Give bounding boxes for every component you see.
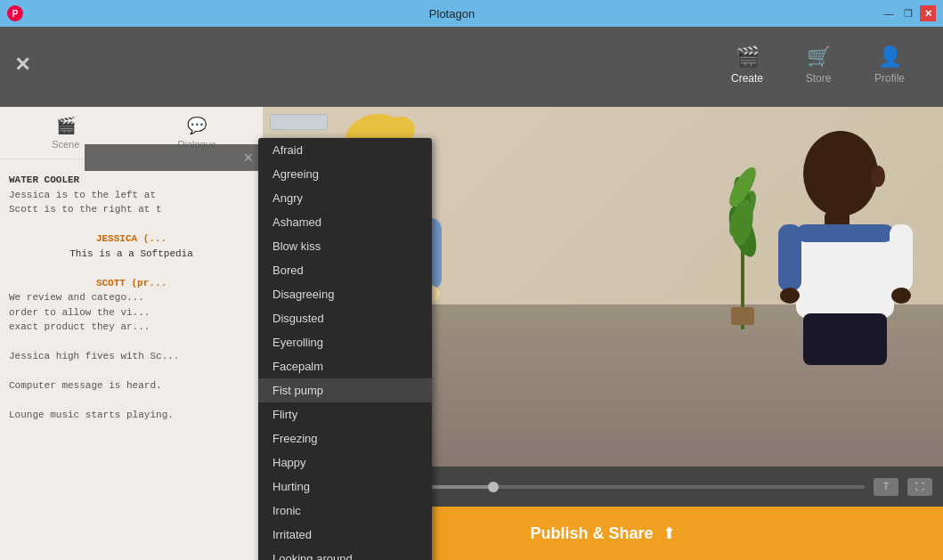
scene-desc-3: We review and catego... bbox=[9, 290, 254, 305]
svg-point-31 bbox=[891, 288, 911, 304]
dropdown-item-eyerolling[interactable]: Eyerolling bbox=[258, 330, 432, 354]
dropdown-item-afraid[interactable]: Afraid bbox=[258, 138, 432, 162]
dropdown-item-disagreeing[interactable]: Disagreeing bbox=[258, 282, 432, 306]
dropdown-item-angry[interactable]: Angry bbox=[258, 186, 432, 210]
character-jessica: JESSICA (... bbox=[9, 231, 254, 247]
svg-point-23 bbox=[803, 131, 878, 216]
scene-heading: WATER COOLER bbox=[9, 173, 254, 188]
script-content: WATER COOLER Jessica is to the left at S… bbox=[0, 159, 263, 560]
profile-icon: 👤 bbox=[878, 45, 902, 69]
publish-upload-icon: ⬆ bbox=[663, 523, 676, 543]
dropdown-item-ashamed[interactable]: Ashamed bbox=[258, 210, 432, 234]
action-bar-close-button[interactable]: ✕ bbox=[243, 150, 254, 165]
content-area: 🎬 Scene 💬 Dialogue ✕ WATER COOLER Jessic… bbox=[0, 107, 943, 560]
maximize-button[interactable]: ❐ bbox=[900, 5, 916, 21]
dialogue-jessica: This is a a Softpedia bbox=[27, 247, 236, 262]
svg-point-30 bbox=[780, 288, 800, 304]
dropdown-item-disgusted[interactable]: Disgusted bbox=[258, 306, 432, 330]
dropdown-item-fist-pump[interactable]: Fist pump bbox=[258, 378, 432, 402]
scene-desc-1: Jessica is to the left at bbox=[9, 188, 254, 203]
back-close-button[interactable]: ✕ bbox=[0, 34, 45, 96]
character-scott: SCOTT (pr... bbox=[9, 276, 254, 291]
scene-desc-5: exact product they ar... bbox=[9, 320, 254, 335]
plant bbox=[711, 142, 774, 329]
script-panel: 🎬 Scene 💬 Dialogue ✕ WATER COOLER Jessic… bbox=[0, 107, 263, 560]
dropdown-item-hurting[interactable]: Hurting bbox=[258, 475, 432, 499]
scene-desc-2: Scott is to the right at t bbox=[9, 202, 254, 217]
male-character bbox=[769, 116, 943, 369]
svg-rect-6 bbox=[731, 307, 754, 325]
scene-tab-label: Scene bbox=[52, 139, 79, 150]
store-icon: 🛒 bbox=[807, 45, 831, 69]
dropdown-item-irritated[interactable]: Irritated bbox=[258, 523, 432, 547]
nav-tab-create-label: Create bbox=[731, 72, 763, 85]
dropdown-item-looking-around[interactable]: Looking around bbox=[258, 547, 432, 560]
dropdown-item-ironic[interactable]: Ironic bbox=[258, 499, 432, 523]
app-logo: P bbox=[7, 5, 23, 21]
action-2: Computer message is heard. bbox=[9, 378, 254, 394]
scene-desc-4: order to allow the vi... bbox=[9, 305, 254, 321]
text-overlay-button[interactable]: T bbox=[874, 478, 898, 496]
window-controls: — ❐ ✕ bbox=[881, 5, 936, 21]
nav-bar: ✕ 🎬 Create 🛒 Store 👤 Profile bbox=[0, 27, 943, 107]
create-icon: 🎬 bbox=[736, 45, 760, 69]
text-icon: T bbox=[883, 482, 889, 491]
minimize-button[interactable]: — bbox=[881, 5, 897, 21]
dropdown-item-happy[interactable]: Happy bbox=[258, 450, 432, 475]
expand-icon: ⛶ bbox=[915, 482, 924, 491]
svg-rect-32 bbox=[803, 313, 887, 365]
dropdown-item-agreeing[interactable]: Agreeing bbox=[258, 162, 432, 186]
dropdown-item-facepalm[interactable]: Facepalm bbox=[258, 354, 432, 378]
svg-rect-28 bbox=[778, 224, 801, 291]
publish-label: Publish & Share bbox=[530, 524, 653, 543]
nav-tab-profile-label: Profile bbox=[874, 72, 905, 85]
emotion-dropdown[interactable]: Afraid Agreeing Angry Ashamed Blow kiss … bbox=[258, 138, 432, 560]
title-bar: P Plotagon — ❐ ✕ bbox=[0, 0, 943, 27]
dropdown-item-flirty[interactable]: Flirty bbox=[258, 402, 432, 426]
nav-tab-store-label: Store bbox=[806, 72, 832, 85]
action-3: Lounge music starts playing. bbox=[9, 408, 254, 423]
svg-point-24 bbox=[871, 166, 885, 187]
nav-tab-store[interactable]: 🛒 Store bbox=[783, 34, 854, 96]
svg-rect-27 bbox=[796, 224, 894, 242]
dialogue-tab-icon: 💬 bbox=[187, 116, 207, 135]
window-title: Plotagon bbox=[23, 7, 881, 20]
dropdown-item-blow-kiss[interactable]: Blow kiss bbox=[258, 234, 432, 258]
dropdown-item-freezing[interactable]: Freezing bbox=[258, 426, 432, 450]
fullscreen-button[interactable]: ⛶ bbox=[907, 478, 932, 496]
app-container: ✕ 🎬 Create 🛒 Store 👤 Profile 🎬 bbox=[0, 27, 943, 560]
nav-tab-create[interactable]: 🎬 Create bbox=[711, 34, 783, 96]
scene-tab-icon: 🎬 bbox=[56, 116, 76, 135]
nav-tabs: 🎬 Create 🛒 Store 👤 Profile bbox=[711, 34, 925, 96]
progress-thumb bbox=[488, 482, 499, 492]
dropdown-item-bored[interactable]: Bored bbox=[258, 258, 432, 282]
action-bar: ✕ bbox=[85, 144, 263, 171]
nav-tab-profile[interactable]: 👤 Profile bbox=[854, 34, 925, 96]
close-button[interactable]: ✕ bbox=[920, 5, 936, 21]
svg-rect-29 bbox=[890, 224, 913, 291]
action-1: Jessica high fives with Sc... bbox=[9, 349, 254, 364]
